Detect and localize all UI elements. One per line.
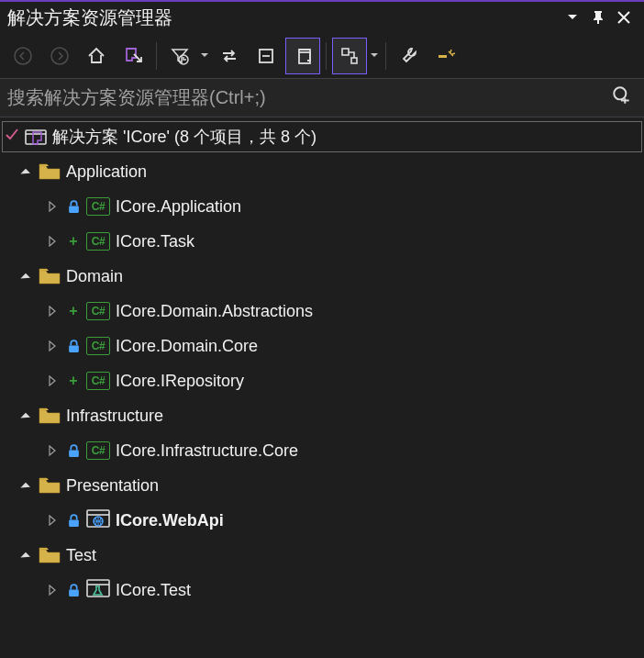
- class-view-button[interactable]: [332, 38, 367, 74]
- csharp-project-icon: C#: [86, 372, 110, 390]
- folder-node[interactable]: Infrastructure: [0, 398, 644, 433]
- toolbar-separator: [326, 42, 327, 70]
- solution-icon: [25, 128, 47, 146]
- plus-icon: +: [66, 233, 81, 250]
- folder-icon: [39, 546, 61, 564]
- dropdown-icon[interactable]: [560, 15, 585, 20]
- chevron-right-icon[interactable]: [44, 375, 61, 386]
- project-label: ICore.IRepository: [116, 372, 244, 391]
- svg-rect-16: [69, 589, 79, 597]
- solution-node[interactable]: 解决方案 'ICore' (8 个项目，共 8 个): [2, 121, 642, 152]
- project-label: ICore.WebApi: [116, 511, 224, 530]
- search-input[interactable]: [7, 87, 604, 108]
- toolbar-separator: [156, 42, 157, 70]
- collapse-all-button[interactable]: [249, 38, 283, 74]
- folder-label: Presentation: [66, 476, 159, 496]
- svg-rect-12: [69, 450, 79, 457]
- project-node[interactable]: +C#ICore.IRepository: [0, 363, 644, 398]
- close-icon[interactable]: [611, 11, 637, 24]
- folder-icon: [39, 162, 61, 181]
- plus-icon: +: [66, 303, 81, 319]
- chevron-down-icon[interactable]: [17, 166, 33, 177]
- sync-button[interactable]: [212, 38, 247, 74]
- chevron-down-icon[interactable]: [17, 271, 33, 282]
- svg-point-8: [614, 87, 626, 99]
- folder-node[interactable]: Application: [0, 154, 644, 189]
- project-node[interactable]: ICore.WebApi: [0, 503, 644, 538]
- project-node[interactable]: C#ICore.Domain.Core: [0, 329, 644, 363]
- project-label: ICore.Test: [116, 581, 191, 600]
- folder-label: Domain: [66, 267, 123, 286]
- solution-label: 解决方案 'ICore' (8 个项目，共 8 个): [52, 126, 316, 148]
- plus-icon: +: [66, 373, 81, 389]
- web-project-icon: [86, 508, 110, 533]
- folder-node[interactable]: Domain: [0, 259, 644, 294]
- chevron-right-icon[interactable]: [44, 201, 61, 212]
- lock-icon: [66, 514, 81, 528]
- project-node[interactable]: +C#ICore.Task: [0, 224, 644, 259]
- back-button[interactable]: [6, 38, 40, 74]
- test-project-icon: [86, 578, 110, 603]
- chevron-right-icon[interactable]: [44, 236, 61, 247]
- check-icon: [5, 128, 19, 147]
- project-node[interactable]: C#ICore.Application: [0, 189, 644, 224]
- project-label: ICore.Domain.Abstractions: [116, 302, 313, 321]
- chevron-down-icon[interactable]: [17, 410, 33, 421]
- svg-rect-10: [69, 206, 79, 213]
- chevron-right-icon[interactable]: [44, 340, 61, 351]
- preview-button[interactable]: [428, 38, 463, 74]
- chevron-right-icon[interactable]: [44, 585, 61, 596]
- titlebar: 解决方案资源管理器: [0, 2, 644, 33]
- folder-icon: [39, 407, 61, 425]
- csharp-project-icon: C#: [86, 337, 110, 355]
- project-label: ICore.Task: [116, 232, 194, 251]
- chevron-right-icon[interactable]: [44, 515, 61, 526]
- svg-rect-7: [439, 55, 447, 58]
- toolbar-separator: [385, 42, 386, 70]
- csharp-project-icon: C#: [86, 232, 110, 251]
- svg-point-0: [15, 48, 31, 64]
- project-node[interactable]: ICore.Test: [0, 573, 644, 608]
- pending-changes-filter-button[interactable]: [162, 38, 197, 74]
- tree: 解决方案 'ICore' (8 个项目，共 8 个) ApplicationC#…: [0, 117, 644, 609]
- lock-icon: [66, 584, 81, 597]
- home-button[interactable]: [79, 38, 114, 74]
- class-view-dropdown[interactable]: [369, 53, 380, 58]
- toolbar: [0, 33, 644, 79]
- svg-rect-11: [69, 345, 79, 352]
- project-label: ICore.Domain.Core: [116, 337, 258, 356]
- folder-node[interactable]: Test: [0, 538, 644, 573]
- forward-button[interactable]: [42, 38, 77, 74]
- project-node[interactable]: C#ICore.Infrastructure.Core: [0, 433, 644, 468]
- project-label: ICore.Application: [116, 197, 241, 217]
- show-all-files-button[interactable]: [285, 38, 320, 74]
- svg-point-1: [51, 48, 68, 64]
- csharp-project-icon: C#: [86, 197, 110, 216]
- pin-icon[interactable]: [585, 10, 611, 25]
- search-bar: [0, 79, 644, 117]
- svg-rect-5: [342, 49, 349, 55]
- panel-title: 解决方案资源管理器: [7, 6, 560, 30]
- chevron-down-icon[interactable]: [17, 550, 33, 561]
- chevron-down-icon[interactable]: [17, 480, 33, 491]
- svg-rect-6: [351, 58, 357, 63]
- folder-label: Application: [66, 162, 147, 182]
- lock-icon: [66, 200, 81, 214]
- search-icon[interactable]: [604, 84, 637, 111]
- project-node[interactable]: +C#ICore.Domain.Abstractions: [0, 294, 644, 329]
- folder-icon: [39, 267, 61, 285]
- folder-label: Test: [66, 546, 96, 565]
- folder-node[interactable]: Presentation: [0, 468, 644, 503]
- svg-rect-13: [69, 519, 79, 527]
- folder-icon: [39, 476, 61, 495]
- chevron-right-icon[interactable]: [44, 445, 61, 456]
- properties-button[interactable]: [392, 38, 427, 74]
- switch-view-button[interactable]: [116, 38, 150, 74]
- chevron-right-icon[interactable]: [44, 306, 61, 317]
- project-label: ICore.Infrastructure.Core: [116, 441, 298, 461]
- pending-changes-filter-dropdown[interactable]: [199, 53, 210, 58]
- lock-icon: [66, 444, 81, 458]
- folder-label: Infrastructure: [66, 407, 163, 426]
- svg-rect-4: [299, 52, 310, 63]
- csharp-project-icon: C#: [86, 441, 110, 460]
